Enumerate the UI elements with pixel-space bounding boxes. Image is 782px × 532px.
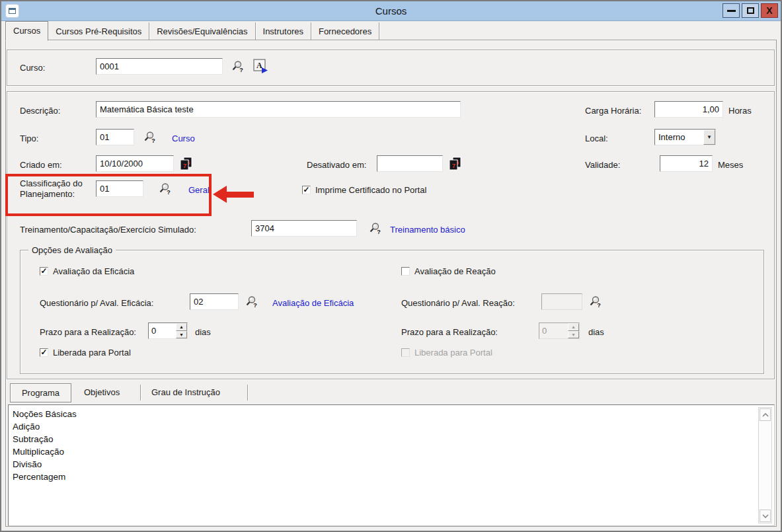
programa-textarea[interactable]: Noções Básicas Adição Subtração Multipli… — [8, 404, 775, 526]
calendar-icon[interactable]: 6 7 — [448, 157, 462, 171]
desativado-em-label: Desativado em: — [307, 160, 366, 170]
tab-objetivos[interactable]: Objetivos — [84, 387, 120, 397]
prazo-reacao-stepper: ▲ ▼ — [539, 323, 580, 339]
close-icon: X — [766, 6, 772, 15]
tipo-label: Tipo: — [20, 133, 38, 143]
treinamento-link[interactable]: Treinamento básico — [390, 225, 465, 235]
scroll-down-button[interactable] — [760, 510, 771, 522]
svg-text:?: ? — [597, 302, 601, 309]
minimize-button[interactable] — [723, 3, 740, 18]
search-help-icon[interactable]: ? — [588, 295, 603, 309]
quest-reacao-input — [541, 293, 582, 310]
spin-down-icon: ▼ — [568, 331, 579, 339]
carga-horaria-unit: Horas — [728, 106, 752, 116]
prazo-reacao-label: Prazo para a Realização: — [401, 327, 498, 337]
validade-label: Validade: — [585, 160, 620, 170]
tab-grau-instrucao[interactable]: Grau de Instrução — [151, 387, 220, 397]
checkbox-box[interactable]: ✓ — [40, 267, 48, 276]
search-help-icon[interactable]: ? — [231, 60, 245, 73]
tipo-input[interactable] — [96, 129, 134, 145]
check-mark: ✓ — [303, 186, 309, 194]
descricao-label: Descrição: — [20, 106, 60, 116]
calendar-icon[interactable]: 6 7 — [178, 157, 193, 171]
tab-separator — [140, 385, 141, 400]
quest-eficacia-link[interactable]: Avaliação de Eficácia — [272, 298, 354, 308]
search-help-icon[interactable]: ? — [143, 131, 157, 144]
validade-input[interactable] — [660, 155, 713, 172]
svg-text:?: ? — [239, 67, 243, 73]
svg-text:7: 7 — [452, 163, 455, 169]
checkbox-box[interactable] — [401, 267, 410, 276]
checkbox-box — [401, 348, 410, 357]
window-title: Cursos — [1, 5, 781, 17]
curso-label: Curso: — [20, 63, 45, 73]
criado-em-input[interactable] — [96, 155, 174, 172]
curso-input[interactable] — [96, 58, 223, 75]
local-dropdown[interactable]: Interno ▼ — [654, 129, 716, 145]
svg-text:A: A — [256, 61, 262, 70]
chevron-down-icon — [762, 513, 769, 519]
quest-eficacia-input[interactable] — [190, 293, 239, 310]
prazo-eficacia-stepper[interactable]: ▲ ▼ — [148, 323, 188, 339]
vertical-scrollbar[interactable] — [758, 407, 772, 523]
treinamento-input[interactable] — [251, 220, 357, 237]
checkbox-label: Avaliação de Reação — [414, 266, 496, 276]
letter-a-arrow-icon[interactable]: A — [253, 59, 269, 74]
svg-text:?: ? — [377, 229, 381, 235]
search-help-icon[interactable]: ? — [368, 222, 383, 235]
prazo-eficacia-unit: dias — [195, 327, 211, 337]
tab-separator — [247, 385, 248, 400]
search-help-icon[interactable]: ? — [245, 295, 259, 309]
annotation-highlight-rect — [5, 174, 212, 216]
spin-up-icon[interactable]: ▲ — [176, 323, 187, 331]
carga-horaria-input[interactable] — [654, 101, 723, 118]
main-tabstrip: Cursos Cursos Pré-Requisitos Revisões/Eq… — [5, 22, 379, 40]
arrow-shaft — [225, 192, 254, 198]
check-mark: ✓ — [40, 267, 47, 275]
checkbox-imprime-certificado[interactable]: ✓ Imprime Certificado no Portal — [302, 185, 426, 195]
tab-programa[interactable]: Programa — [10, 383, 71, 402]
criado-em-label: Criado em: — [20, 160, 62, 170]
validade-unit: Meses — [718, 160, 743, 170]
tab-instrutores[interactable]: Instrutores — [256, 22, 311, 40]
red-left-arrow — [213, 186, 254, 203]
arrow-head — [213, 186, 227, 203]
svg-text:?: ? — [151, 137, 155, 144]
chevron-down-icon[interactable]: ▼ — [703, 130, 715, 145]
prazo-eficacia-label: Prazo para a Realização: — [40, 327, 136, 337]
carga-horaria-label: Carga Horária: — [585, 106, 641, 116]
checkbox-label: Liberada para Portal — [414, 348, 492, 358]
svg-text:7: 7 — [183, 163, 186, 169]
checkbox-liberada-portal-eficacia[interactable]: ✓ Liberada para Portal — [40, 348, 131, 358]
prazo-reacao-unit: dias — [588, 327, 604, 337]
check-mark: ✓ — [40, 348, 47, 356]
checkbox-label: Imprime Certificado no Portal — [315, 185, 426, 195]
checkbox-box[interactable]: ✓ — [302, 186, 311, 194]
maximize-button[interactable] — [742, 3, 759, 18]
close-button[interactable]: X — [761, 3, 778, 18]
quest-eficacia-label: Questionário p/ Aval. Eficácia: — [40, 298, 153, 308]
chevron-up-icon — [762, 412, 769, 418]
tab-cursos[interactable]: Cursos — [5, 21, 48, 41]
tab-revisoes-equivalencias[interactable]: Revisões/Equivalências — [149, 22, 255, 40]
checkbox-avaliacao-reacao[interactable]: Avaliação de Reação — [401, 266, 496, 276]
checkbox-liberada-portal-reacao: Liberada para Portal — [401, 348, 492, 358]
checkbox-avaliacao-eficacia[interactable]: ✓ Avaliação da Eficácia — [40, 266, 134, 276]
minimize-icon — [727, 10, 736, 12]
local-label: Local: — [585, 133, 608, 143]
tab-fornecedores[interactable]: Fornecedores — [311, 22, 379, 40]
cursos-window: Cursos X Cursos Cursos Pré-Requisitos Re… — [0, 0, 782, 532]
scroll-up-button[interactable] — [760, 408, 771, 421]
spin-down-icon[interactable]: ▼ — [176, 331, 187, 339]
checkbox-box[interactable]: ✓ — [40, 348, 48, 357]
group-title: Opções de Avaliação — [28, 245, 116, 255]
descricao-input[interactable] — [96, 101, 461, 118]
spin-up-icon: ▲ — [568, 323, 579, 331]
tab-cursos-pre-requisitos[interactable]: Cursos Pré-Requisitos — [48, 22, 149, 40]
tipo-link[interactable]: Curso — [172, 133, 195, 143]
prazo-reacao-input — [539, 323, 568, 338]
prazo-eficacia-input[interactable] — [149, 323, 176, 338]
programa-text[interactable]: Noções Básicas Adição Subtração Multipli… — [13, 408, 753, 523]
desativado-em-input[interactable] — [377, 155, 443, 172]
checkbox-label: Avaliação da Eficácia — [53, 266, 134, 276]
